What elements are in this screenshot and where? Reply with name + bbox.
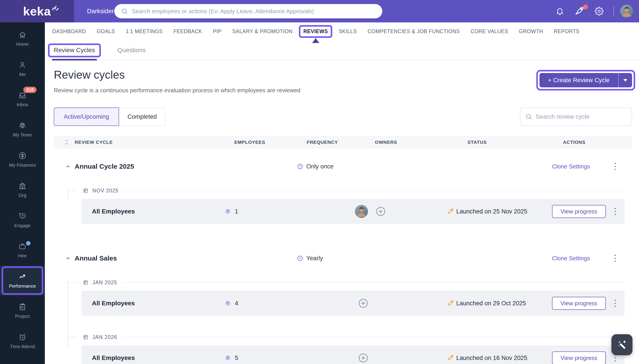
review-cycle-row: All Employees 4 Launched on 29 Oct 2025 … [81,291,625,316]
launched-rocket-icon [447,300,454,307]
employee-count: 4 [235,300,238,307]
subtab-review-cycles[interactable]: Review Cycles [54,40,95,60]
sidebar-item-project[interactable]: Project [0,296,45,326]
col-status: STATUS [467,140,487,145]
table-header-row: REVIEW CYCLE EMPLOYEES FREQUENCY OWNERS … [54,136,632,149]
filter-completed[interactable]: Completed [119,108,166,126]
tab-feedback[interactable]: FEEDBACK [173,28,202,34]
period-divider [123,282,625,283]
collapse-all-button[interactable] [64,139,70,145]
clipboard-icon [18,302,27,311]
col-employees: EMPLOYEES [234,140,265,145]
add-owner-button[interactable] [358,298,368,308]
global-search-input[interactable] [132,4,382,18]
view-progress-button[interactable]: View progress [552,297,606,310]
tab-dashboard[interactable]: DASHBOARD [52,28,86,34]
tab-1-1-meetings[interactable]: 1:1 MEETINGS [126,28,163,34]
row-status: Launched on 29 Oct 2025 [456,300,526,307]
collapse-group-button[interactable] [65,163,71,170]
global-search[interactable] [114,4,382,18]
frequency-clock-icon [296,255,303,262]
tab-reports[interactable]: REPORTS [554,28,579,34]
row-kebab-menu[interactable] [613,207,617,216]
sidebar-item-engage[interactable]: Engage [0,205,45,235]
tab-core-values[interactable]: CORE VALUES [471,28,508,34]
row-kebab-menu[interactable] [613,299,617,308]
period-jan-2025: JAN 2025 All Employees 4 Launched on 29 … [54,279,632,316]
create-review-cycle-label[interactable]: + Create Review Cycle [539,73,618,87]
col-frequency: FREQUENCY [307,140,338,145]
subtab-questions[interactable]: Questions [118,40,146,60]
calendar-icon [83,279,89,286]
person-icon [18,61,27,69]
tab-competencies[interactable]: COMPETENCIES & JOB FUNCTIONS [368,28,460,34]
add-owner-button[interactable] [376,206,386,216]
tab-skills[interactable]: SKILLS [339,28,357,34]
notifications-button[interactable] [555,0,564,22]
sidebar-item-hire[interactable]: Hire [0,235,45,266]
sidebar-item-performance[interactable]: Performance [0,266,45,296]
create-review-cycle-wrap: + Create Review Cycle [539,73,632,87]
sidebar-item-inbox[interactable]: Inbox 218 [0,84,45,114]
review-cycles-table: REVIEW CYCLE EMPLOYEES FREQUENCY OWNERS … [54,136,632,364]
home-icon [18,30,27,39]
sidebar-item-my-finances[interactable]: My Finances [0,144,45,175]
tab-pip[interactable]: PIP [213,28,221,34]
row-group-name: All Employees [92,208,135,215]
sidebar-label: Org [18,193,26,198]
launched-rocket-icon [447,354,454,362]
user-avatar[interactable] [620,5,633,18]
sidebar-item-org[interactable]: Org [0,175,45,205]
reviews-sub-tabs: Review Cycles Questions [45,40,639,60]
ai-assistant-button[interactable] [611,334,632,355]
group-periods: JAN 2025 All Employees 4 Launched on 29 … [54,279,632,364]
add-owner-button[interactable] [358,353,368,363]
sidebar-item-my-team[interactable]: My Team [0,114,45,144]
gear-icon [595,7,603,16]
sidebar-label: Project [15,314,30,319]
view-progress-button[interactable]: View progress [552,205,606,218]
main-content: DASHBOARD GOALS 1:1 MEETINGS FEEDBACK PI… [45,22,639,364]
topbar-divider [613,6,614,16]
chevron-up-icon [65,163,71,170]
dollar-icon [18,152,27,160]
group-kebab-menu[interactable] [613,254,617,263]
group-name: Annual Cycle 2025 [75,162,134,170]
create-review-cycle-button[interactable]: + Create Review Cycle [539,73,632,87]
sidebar-item-home[interactable]: Home [0,24,45,54]
tab-goals[interactable]: GOALS [97,28,115,34]
owner-avatar[interactable] [355,205,368,218]
brand-wordmark: keka [23,4,51,18]
sidebar-label: Hire [18,253,27,258]
period-label: JAN 2026 [83,333,625,341]
whats-new-button[interactable] [574,0,584,22]
performance-nav-tabs: DASHBOARD GOALS 1:1 MEETINGS FEEDBACK PI… [45,22,639,40]
clone-settings-link[interactable]: Clone Settings [552,163,590,170]
tab-growth[interactable]: GROWTH [519,28,543,34]
collapse-icon [64,139,70,145]
review-cycle-search-input[interactable] [536,108,631,126]
collapse-group-button[interactable] [65,255,71,262]
period-divider [124,190,625,191]
row-group-name: All Employees [92,300,135,307]
view-progress-button[interactable]: View progress [552,352,606,364]
group-header-annual-cycle-2025: Annual Cycle 2025 Only once Clone Settin… [54,157,632,176]
chevron-up-icon [65,255,71,262]
review-cycle-row: All Employees 1 Launched on 25 Nov 2025 … [81,199,625,224]
period-name: NOV 2025 [92,188,119,194]
review-cycle-row: All Employees 5 Launched on 16 Nov 2025 … [81,346,625,364]
review-cycle-search[interactable] [520,108,632,126]
sidebar-item-me[interactable]: Me [0,54,45,84]
settings-button[interactable] [595,0,603,22]
filter-active-upcoming[interactable]: Active/Upcoming [54,108,119,126]
tab-reviews[interactable]: REVIEWS [303,28,328,34]
sidebar-item-time-attend[interactable]: Time Attend [0,326,45,356]
keka-logo[interactable]: keka [0,0,74,22]
group-kebab-menu[interactable] [613,162,617,171]
col-review-cycle: REVIEW CYCLE [75,140,113,145]
sidebar-label: Home [16,42,29,47]
clone-settings-link[interactable]: Clone Settings [552,255,590,262]
create-review-cycle-dropdown[interactable] [618,73,632,87]
tab-salary-promotion[interactable]: SALARY & PROMOTION [232,28,292,34]
sidebar-label: Time Attend [10,344,35,349]
